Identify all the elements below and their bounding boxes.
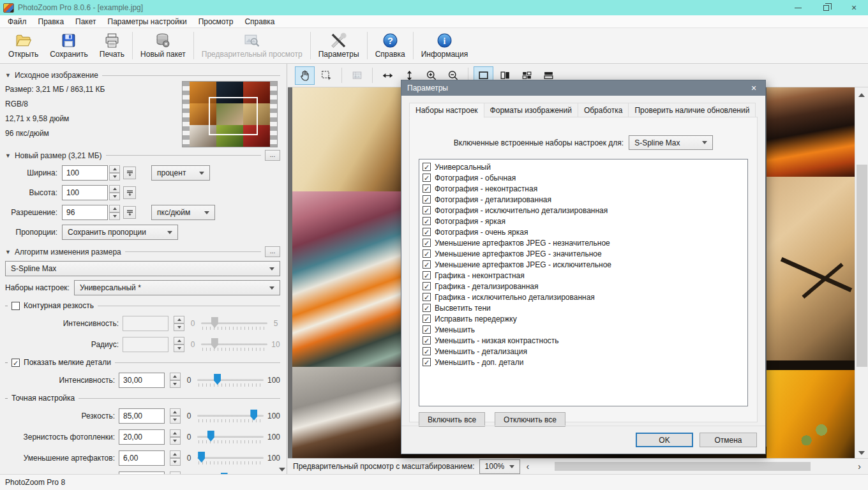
preset-item[interactable]: ✓ Исправить передержку	[421, 313, 746, 324]
film-grain-input[interactable]: 20,00	[119, 429, 165, 445]
new-size-more-button[interactable]: ...	[265, 150, 280, 161]
spin-up-button[interactable]	[109, 185, 120, 193]
spin-down-button[interactable]	[109, 173, 120, 181]
dialog-close-button[interactable]: ×	[742, 80, 765, 96]
panel-scroll-down-icon[interactable]	[279, 468, 285, 471]
zoom-level-select[interactable]: 100%	[479, 459, 520, 474]
spin-up-button[interactable]	[109, 165, 120, 173]
width-input[interactable]: 100	[62, 165, 108, 181]
width-adjust-button[interactable]	[123, 167, 136, 179]
scroll-right-icon[interactable]: ›	[856, 461, 863, 471]
preset-item[interactable]: ✓ Универсальный	[421, 161, 746, 172]
algorithm-select[interactable]: S-Spline Max	[5, 261, 280, 276]
preset-item[interactable]: ✓ Фотография - яркая	[421, 216, 746, 226]
spin-down-button[interactable]	[109, 193, 120, 200]
preset-checkbox[interactable]: ✓	[423, 325, 431, 334]
options-button[interactable]: Параметры	[313, 29, 365, 63]
presets-select[interactable]: Универсальный *	[74, 280, 280, 295]
fit-width-button[interactable]	[378, 66, 398, 85]
spin-up-button[interactable]	[170, 373, 181, 380]
preset-checkbox[interactable]: ✓	[423, 282, 431, 290]
dialog-tab[interactable]: Форматы изображений	[484, 103, 578, 117]
dialog-tab[interactable]: Обработка	[578, 103, 629, 117]
spin-up-button[interactable]	[109, 205, 120, 212]
marquee-tool-button[interactable]	[317, 66, 336, 85]
resolution-unit-select[interactable]: пкс/дюйм	[151, 205, 215, 220]
preset-checkbox[interactable]: ✓	[423, 217, 431, 225]
preset-item[interactable]: ✓ Фотография - исключительно детализиров…	[421, 205, 746, 216]
restore-button[interactable]	[812, 0, 840, 15]
new-batch-button[interactable]: Новый пакет	[135, 29, 191, 63]
sharpness-stepper[interactable]	[170, 408, 181, 424]
fine-detail-intensity-input[interactable]: 30,00	[119, 373, 165, 388]
dialog-algorithm-select[interactable]: S-Spline Max	[629, 135, 713, 150]
help-button[interactable]: ? Справка	[370, 29, 411, 63]
menu-item[interactable]: Файл	[2, 16, 33, 27]
spin-up-button[interactable]	[170, 450, 181, 458]
preset-item[interactable]: ✓ Фотография - детализированная	[421, 194, 746, 205]
preset-checkbox[interactable]: ✓	[423, 239, 431, 247]
spin-down-button[interactable]	[170, 416, 181, 424]
spin-down-button[interactable]	[109, 212, 120, 220]
horizontal-scrollbar-thumb[interactable]	[555, 462, 811, 471]
pan-tool-button[interactable]	[295, 66, 315, 85]
resolution-stepper[interactable]	[109, 205, 120, 220]
film-grain-slider[interactable]	[197, 430, 264, 444]
ok-button[interactable]: OK	[636, 433, 693, 447]
presets-listbox[interactable]: ✓ Универсальный ✓ Фотография - обычная ✓…	[419, 159, 748, 406]
artifact-reduction-stepper[interactable]	[170, 450, 181, 466]
preset-checkbox[interactable]: ✓	[423, 206, 431, 214]
preset-checkbox[interactable]: ✓	[423, 293, 431, 301]
height-stepper[interactable]	[109, 185, 120, 200]
source-thumbnail[interactable]	[182, 81, 278, 147]
dialog-titlebar[interactable]: Параметры ×	[401, 80, 765, 96]
preset-checkbox[interactable]: ✓	[423, 271, 431, 279]
menu-item[interactable]: Параметры настройки	[102, 16, 193, 27]
preset-checkbox[interactable]: ✓	[423, 174, 431, 182]
preset-checkbox[interactable]: ✓	[423, 347, 431, 355]
size-unit-select[interactable]: процент	[151, 165, 210, 181]
preset-checkbox[interactable]: ✓	[423, 249, 431, 258]
unsharp-checkbox[interactable]	[11, 302, 20, 310]
fine-detail-intensity-slider[interactable]	[197, 373, 264, 387]
cancel-button[interactable]: Отмена	[700, 433, 757, 447]
preset-checkbox[interactable]: ✓	[423, 260, 431, 269]
preset-item[interactable]: ✓ Графика - детализированная	[421, 281, 746, 292]
sharpness-input[interactable]: 85,00	[119, 408, 165, 424]
scroll-down-icon[interactable]	[858, 451, 865, 455]
preset-checkbox[interactable]: ✓	[423, 304, 431, 312]
horizontal-scrollbar[interactable]	[535, 461, 851, 471]
preset-checkbox[interactable]: ✓	[423, 195, 431, 204]
preset-item[interactable]: ✓ Уменьшение артефактов JPEG - исключите…	[421, 259, 746, 270]
preset-checkbox[interactable]: ✓	[423, 315, 431, 323]
preset-item[interactable]: ✓ Уменьшение артефактов JPEG - незначите…	[421, 237, 746, 248]
spin-down-button[interactable]	[170, 380, 181, 388]
vertical-scrollbar[interactable]	[855, 87, 868, 458]
menu-item[interactable]: Пакет	[70, 16, 101, 27]
preset-item[interactable]: ✓ Графика - неконтрастная	[421, 270, 746, 281]
dialog-tab[interactable]: Наборы настроек	[409, 103, 484, 118]
scroll-up-icon[interactable]	[858, 93, 865, 97]
preset-checkbox[interactable]: ✓	[423, 228, 431, 236]
artifact-reduction-input[interactable]: 6,00	[119, 450, 165, 466]
preset-item[interactable]: ✓ Уменьшение артефактов JPEG - значитель…	[421, 248, 746, 259]
height-input[interactable]: 100	[62, 185, 108, 200]
preset-item[interactable]: ✓ Уменьшить	[421, 324, 746, 335]
fine-detail-checkbox[interactable]: ✓	[11, 359, 20, 367]
disable-all-button[interactable]: Отключить все	[495, 412, 565, 427]
height-adjust-button[interactable]	[123, 186, 136, 199]
vertical-scrollbar-thumb[interactable]	[857, 165, 867, 367]
dialog-tab[interactable]: Проверить наличие обновлений	[628, 103, 756, 117]
preset-checkbox[interactable]: ✓	[423, 163, 431, 171]
print-button[interactable]: Печать	[94, 29, 130, 63]
scroll-left-icon[interactable]: ‹	[525, 461, 532, 471]
preset-item[interactable]: ✓ Фотография - очень яркая	[421, 226, 746, 237]
spin-up-button[interactable]	[170, 408, 181, 416]
preset-item[interactable]: ✓ Уменьшить - детализация	[421, 346, 746, 357]
artifact-reduction-slider[interactable]	[197, 451, 264, 465]
film-grain-stepper[interactable]	[170, 429, 181, 445]
preset-item[interactable]: ✓ Высветить тени	[421, 302, 746, 313]
open-button[interactable]: Открыть	[3, 29, 44, 63]
new-size-section-header[interactable]: ▼ Новый размер (3,21 МБ) ...	[5, 150, 280, 161]
save-button[interactable]: Сохранить	[44, 29, 94, 63]
